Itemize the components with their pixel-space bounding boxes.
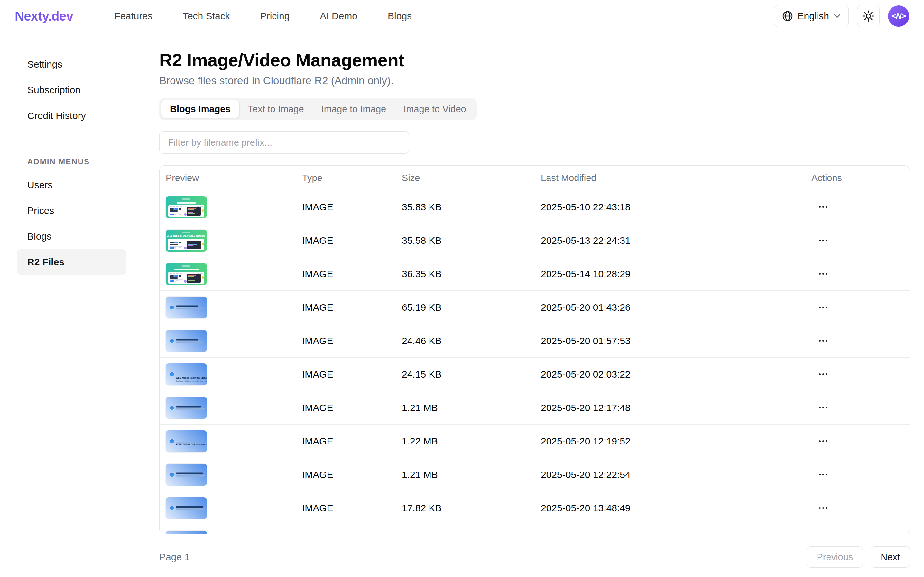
tab-blogs-images[interactable]: Blogs Images: [161, 100, 239, 118]
row-actions-button[interactable]: [816, 404, 830, 412]
thumb-subtitle: [176, 475, 205, 477]
file-preview-thumbnail[interactable]: [166, 297, 207, 318]
row-actions-button[interactable]: [816, 337, 830, 345]
thumb-code-block: [187, 240, 201, 249]
file-preview-thumbnail[interactable]: [166, 263, 207, 285]
row-actions-button[interactable]: [816, 203, 830, 211]
ellipsis-icon: [819, 206, 821, 208]
main-nav: FeaturesTech StackPricingAI DemoBlogs: [114, 11, 412, 21]
thumb-card-content: [170, 506, 205, 510]
file-type: IMAGE: [302, 503, 402, 514]
file-category-tabs: Blogs ImagesText to ImageImage to ImageI…: [159, 98, 477, 120]
thumb-accent-dot: [202, 243, 204, 245]
next-page-button[interactable]: Next: [871, 546, 910, 568]
file-type: IMAGE: [302, 469, 402, 480]
row-actions-button[interactable]: [816, 471, 830, 479]
tab-image-to-image[interactable]: Image to Image: [313, 100, 395, 118]
file-preview-thumbnail[interactable]: [166, 497, 207, 519]
app-window: Nexty.dev FeaturesTech StackPricingAI De…: [0, 0, 924, 577]
language-label: English: [798, 11, 829, 21]
previous-page-button[interactable]: Previous: [807, 546, 863, 568]
actions-cell: [811, 236, 909, 245]
table-row: Boost Domain Authority with Subdirectory…: [160, 425, 909, 458]
table-row: IMAGE17.82 KB2025-05-20 13:48:49: [160, 492, 909, 525]
row-actions-button[interactable]: [816, 370, 830, 378]
user-avatar[interactable]: <N>: [888, 5, 909, 27]
file-preview-thumbnail[interactable]: What Makes Nexty.dev Stand OutExploring …: [166, 363, 207, 385]
row-actions-button[interactable]: [816, 236, 830, 245]
language-selector[interactable]: English: [774, 5, 849, 27]
ellipsis-icon: [819, 440, 821, 442]
thumb-badge-pill: [182, 265, 190, 267]
nav-link-ai-demo[interactable]: AI Demo: [320, 11, 358, 21]
thumb-card-content: What Makes Nexty.dev Stand OutExploring …: [170, 372, 205, 377]
column-header-size: Size: [402, 173, 541, 183]
ellipsis-icon: [819, 273, 821, 275]
brand-logo[interactable]: Nexty.dev: [15, 9, 73, 24]
sidebar-item-users[interactable]: Users: [17, 172, 126, 198]
row-actions-button[interactable]: [816, 270, 830, 278]
row-actions-button[interactable]: [816, 437, 830, 445]
file-size: 35.83 KB: [402, 201, 541, 213]
file-preview-thumbnail[interactable]: [166, 464, 207, 486]
row-actions-button[interactable]: [816, 504, 830, 512]
file-type: IMAGE: [302, 402, 402, 413]
tab-image-to-video[interactable]: Image to Video: [395, 100, 475, 118]
thumb-hero-panel: [168, 205, 204, 217]
file-preview-thumbnail[interactable]: Boost Domain Authority with Subdirectory…: [166, 430, 207, 452]
column-header-actions: Actions: [811, 173, 909, 183]
ellipsis-icon: [819, 306, 821, 308]
file-size: 36.35 KB: [402, 269, 541, 279]
avatar-initials: <N>: [892, 11, 905, 21]
thumb-text-block: [176, 339, 203, 343]
thumb-subtitle: [176, 408, 205, 410]
sidebar-item-blogs[interactable]: Blogs: [17, 224, 126, 249]
file-size: 17.82 KB: [402, 503, 541, 514]
sidebar-item-prices[interactable]: Prices: [17, 198, 126, 224]
actions-cell: [811, 203, 909, 211]
thumb-brand-logo-icon: [170, 305, 174, 309]
thumb-title: [176, 473, 203, 474]
theme-toggle-button[interactable]: [857, 5, 880, 27]
nav-link-pricing[interactable]: Pricing: [260, 11, 290, 21]
sidebar-item-r2-files[interactable]: R2 Files: [17, 249, 126, 275]
filename-filter-input[interactable]: [159, 131, 409, 154]
file-preview-thumbnail[interactable]: [166, 196, 207, 218]
thumb-badge-pill: [182, 198, 190, 200]
file-preview-thumbnail[interactable]: [166, 330, 207, 352]
table-row: IMAGE1.21 MB2025-05-20 12:17:48: [160, 391, 909, 425]
tab-text-to-image[interactable]: Text to Image: [239, 100, 313, 118]
file-last-modified: 2025-05-20 01:57:53: [541, 335, 811, 347]
actions-cell: [811, 437, 909, 445]
nav-link-blogs[interactable]: Blogs: [388, 11, 412, 21]
sidebar-item-settings[interactable]: Settings: [17, 52, 126, 77]
thumb-badge-pill: [182, 232, 190, 233]
ellipsis-icon: [819, 340, 821, 342]
file-last-modified: 2025-05-20 02:03:22: [541, 369, 811, 380]
actions-cell: [811, 504, 909, 512]
nav-link-tech-stack[interactable]: Tech Stack: [183, 11, 230, 21]
header-actions: English: [774, 5, 909, 27]
actions-cell: [811, 404, 909, 412]
file-preview-thumbnail[interactable]: [166, 531, 207, 534]
file-preview-thumbnail[interactable]: [166, 397, 207, 419]
file-size: 1.21 MB: [402, 402, 541, 413]
file-size: 24.46 KB: [402, 335, 541, 347]
sidebar-admin-menu: UsersPricesBlogsR2 Files: [0, 172, 144, 275]
file-preview-thumbnail[interactable]: A Modern Full-Stack SaaS Template: [166, 230, 207, 251]
thumb-subtitle: [176, 342, 203, 343]
thumb-accent-dot: [202, 210, 204, 212]
table-row: IMAGE35.83 KB2025-05-10 22:43:18: [160, 190, 909, 224]
file-size: 1.22 MB: [402, 436, 541, 447]
main-content: R2 Image/Video Management Browse files s…: [144, 32, 924, 577]
thumb-title: Boost Domain Authority with Subdirectory…: [176, 439, 207, 441]
sidebar-user-menu: SettingsSubscriptionCredit History: [0, 52, 144, 129]
nav-link-features[interactable]: Features: [114, 11, 153, 21]
sidebar-item-subscription[interactable]: Subscription: [17, 77, 126, 103]
sidebar: SettingsSubscriptionCredit History ADMIN…: [0, 32, 144, 577]
file-type: IMAGE: [302, 302, 402, 313]
table-row-partial: [160, 525, 909, 534]
row-actions-button[interactable]: [816, 303, 830, 311]
file-last-modified: 2025-05-20 12:17:48: [541, 402, 811, 413]
sidebar-item-credit-history[interactable]: Credit History: [17, 103, 126, 129]
